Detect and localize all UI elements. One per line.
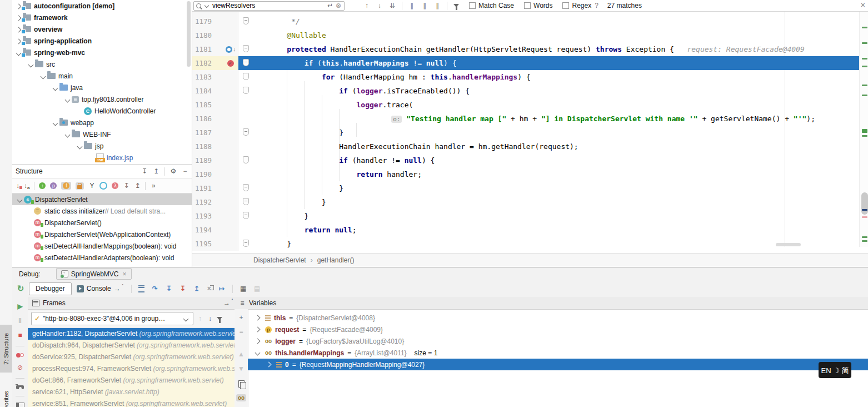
drop-frame-icon[interactable]: × [207, 285, 211, 292]
tool-window-button-favorites[interactable]: 2: Favorites [0, 381, 12, 407]
step-out-icon[interactable]: ↥ [193, 285, 200, 292]
variable-row[interactable]: oologger={LogFactory$JavaUtilLog@4010} [248, 335, 868, 347]
expand-all-icon[interactable]: ↧ [123, 182, 129, 190]
line-number[interactable]: 1183 [192, 70, 223, 84]
tree-chevron-icon[interactable] [27, 61, 35, 68]
hide-icon[interactable]: − [182, 167, 188, 175]
code-line[interactable]: 1179 */ [192, 14, 860, 28]
code-line[interactable]: 1182 if (this.handlerMappings != null) { [192, 56, 860, 70]
code-text[interactable]: o: "Testing handler map [" + hm + "] in … [238, 112, 860, 126]
show-lambdas-icon[interactable]: λ [112, 182, 118, 189]
group-by-icon[interactable]: Y [88, 182, 95, 190]
close-find-bar-icon[interactable]: × [861, 1, 865, 9]
words-checkbox[interactable] [524, 2, 531, 9]
selection-filter-2-icon[interactable]: ∥ [421, 2, 428, 9]
code-text[interactable]: */ [238, 14, 860, 28]
match-case-checkbox[interactable] [469, 2, 476, 9]
search-query[interactable]: viewResolvers [212, 2, 325, 9]
gutter-icon-slot[interactable] [223, 223, 238, 237]
show-watches-icon[interactable]: oo [236, 394, 246, 401]
thread-dropdown[interactable]: ✓ "http-bio-8080-exec-3"@4,006 in group… [31, 312, 193, 325]
match-case-option[interactable]: Match Case [469, 2, 514, 9]
line-number[interactable]: 1187 [192, 126, 223, 140]
variable-row[interactable]: prequest={RequestFacade@4009} [248, 324, 868, 335]
project-tree-item[interactable]: webapp [12, 117, 192, 128]
next-frame-icon[interactable]: ↓ [207, 315, 213, 322]
gutter-icon-slot[interactable] [223, 153, 238, 167]
tree-chevron-icon[interactable] [39, 72, 47, 80]
rerun-icon[interactable]: ↻ [17, 284, 24, 294]
gutter-icon-slot[interactable] [223, 209, 238, 223]
show-non-public-icon[interactable] [76, 182, 84, 190]
stack-frame-row[interactable]: processRequest:974, FrameworkServlet (or… [28, 363, 235, 375]
breakpoint-slot[interactable] [223, 56, 238, 70]
variable-row[interactable]: this={DispatcherServlet@4008} [248, 312, 868, 324]
fold-marker-icon[interactable] [243, 128, 249, 136]
project-tree-item[interactable]: spring-web-mvc [12, 47, 192, 58]
close-session-icon[interactable]: × [123, 270, 127, 278]
line-number[interactable]: 1186 [192, 112, 223, 126]
debug-session-tab[interactable]: SpringWebMVC × [56, 268, 132, 280]
gutter-icon-slot[interactable] [223, 167, 238, 181]
code-text[interactable]: } [238, 181, 860, 195]
code-text[interactable]: protected HandlerExecutionChain getHandl… [238, 42, 860, 56]
project-tree-item[interactable]: index.jsp [12, 152, 192, 163]
line-number[interactable]: 1180 [192, 28, 223, 42]
move-up-icon[interactable]: ▲ [238, 350, 245, 358]
structure-item[interactable]: msetDetectAllHandlerAdapters(boolean): v… [12, 252, 192, 264]
debug-layout-icon[interactable] [16, 403, 24, 407]
gutter-icon-slot[interactable] [223, 70, 238, 84]
code-line[interactable]: 1188 HandlerExecutionChain handler = hm.… [192, 140, 860, 153]
tree-chevron-icon[interactable] [63, 96, 72, 103]
code-text[interactable]: if (logger.isTraceEnabled()) { [238, 84, 860, 98]
code-line[interactable]: 1186 o: "Testing handler map [" + hm + "… [192, 112, 860, 126]
code-text[interactable]: } [238, 195, 860, 209]
project-tree-item[interactable]: main [12, 70, 192, 82]
frames-pin-icon[interactable]: → [223, 299, 230, 307]
structure-item[interactable]: msetDetectAllHandlerMappings(boolean): v… [12, 240, 192, 252]
gutter-icon-slot[interactable] [223, 126, 238, 140]
get-thread-dump-icon[interactable] [16, 385, 24, 389]
code-text[interactable]: @Nullable [238, 28, 860, 42]
pause-icon[interactable]: ‖ [17, 317, 23, 325]
prev-frame-icon[interactable]: ↑ [197, 315, 203, 322]
code-line[interactable]: 1191 } [192, 181, 860, 195]
project-tree-item[interactable]: src [12, 58, 192, 70]
project-tree-item[interactable]: jsp [12, 140, 192, 152]
line-number[interactable]: 1179 [192, 14, 223, 28]
filter-icon[interactable] [453, 4, 459, 10]
navigate-down-icon[interactable]: ↓ [233, 42, 236, 56]
code-text[interactable]: if (handler != null) { [238, 153, 860, 167]
code-line[interactable]: 1195 } [192, 237, 860, 251]
variable-chevron-icon[interactable] [266, 362, 272, 368]
line-number[interactable]: 1184 [192, 84, 223, 98]
show-interfaces-icon[interactable] [99, 182, 107, 190]
gutter-icon-slot[interactable] [223, 140, 238, 153]
sort-by-visibility-icon[interactable]: ↓ [16, 182, 19, 190]
show-fields-icon[interactable]: f [61, 182, 71, 190]
variable-chevron-icon[interactable] [255, 327, 261, 332]
project-tree-item[interactable]: top.fjy8018.controller [12, 93, 192, 105]
view-breakpoints-icon[interactable] [16, 353, 24, 357]
editor-scrollbar[interactable] [861, 192, 868, 215]
search-history-chevron-icon[interactable] [204, 3, 209, 8]
execution-point-slot[interactable]: ↓ [223, 42, 238, 56]
line-number[interactable]: 1194 [192, 223, 223, 237]
line-number[interactable]: 1188 [192, 140, 223, 153]
structure-item[interactable]: cDispatcherServlet [12, 193, 192, 205]
variables-menu-icon[interactable]: ≡ [239, 299, 246, 307]
stop-icon[interactable]: ■ [17, 331, 23, 339]
resume-icon[interactable]: ▶ [17, 302, 23, 310]
gutter-icon-slot[interactable] [223, 195, 238, 209]
hide-frames-filter-icon[interactable] [217, 317, 222, 323]
structure-item[interactable]: mDispatcherServlet(WebApplicationContext… [12, 229, 192, 240]
structure-item[interactable]: =static class initializer // Load defaul… [12, 205, 192, 217]
line-number[interactable]: 1189 [192, 153, 223, 167]
code-line[interactable]: 1183 for (HandlerMapping hm : this.handl… [192, 70, 860, 84]
project-tree-item[interactable]: autoconfiguration [demo] [12, 0, 192, 12]
code-line[interactable]: 1192 } [192, 195, 860, 209]
step-into-icon[interactable]: ↧ [166, 285, 172, 292]
stack-frame-row[interactable]: doGet:866, FrameworkServlet (org.springf… [28, 375, 235, 386]
fold-marker-icon[interactable] [243, 45, 249, 52]
project-tree-item[interactable]: framework [12, 12, 192, 23]
